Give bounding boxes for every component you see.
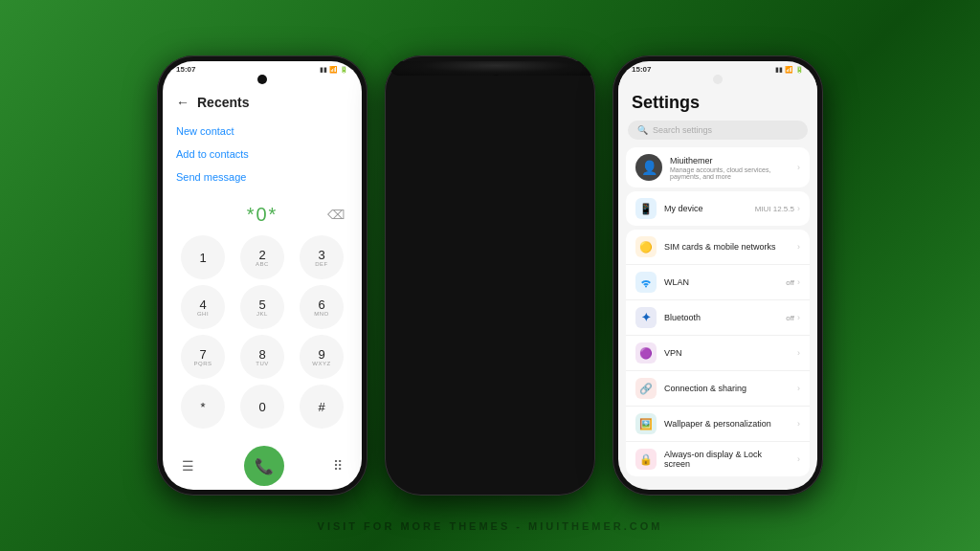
- connection-label: Connection & sharing: [664, 384, 790, 393]
- wlan-info: WLAN: [664, 277, 778, 287]
- user-chevron-icon: ›: [797, 163, 800, 172]
- connection-icon: 🔗: [635, 378, 657, 399]
- settings-connectivity-card: 🟡 SIM cards & mobile networks › WLAN: [626, 230, 810, 476]
- lock-icon: 🔒: [635, 449, 657, 470]
- new-contact-link[interactable]: New contact: [176, 125, 348, 137]
- backspace-button[interactable]: ⌫: [327, 208, 345, 222]
- bluetooth-icon: ✦: [635, 307, 657, 328]
- add-to-contacts-link[interactable]: Add to contacts: [176, 148, 348, 160]
- status-bar-left: 15:07 ▮▮ 📶 🔋: [163, 61, 362, 76]
- dial-key-2[interactable]: 2 ABC: [240, 235, 284, 279]
- dial-key-3[interactable]: 3 DEF: [300, 235, 344, 279]
- dial-key-5[interactable]: 5 JKL: [240, 285, 284, 329]
- user-sub: Manage accounts, cloud services, payment…: [670, 166, 790, 180]
- home-bg: Miuithemer 🎙️ Recorder 📁 File Manager 🔴 …: [390, 61, 595, 76]
- sim-label: SIM cards & mobile networks: [664, 242, 790, 252]
- wlan-label: WLAN: [664, 277, 778, 287]
- connection-chevron-icon: ›: [797, 384, 800, 393]
- camera-hole-left: [257, 75, 267, 84]
- device-chevron-icon: ›: [797, 204, 800, 213]
- bluetooth-status: off ›: [786, 313, 800, 322]
- sim-icon: 🟡: [635, 236, 657, 257]
- status-icons-left: ▮▮ 📶 🔋: [320, 66, 348, 74]
- device-label: My device: [664, 204, 747, 213]
- bluetooth-chevron-icon: ›: [797, 313, 800, 322]
- settings-title: Settings: [632, 93, 700, 112]
- menu-icon[interactable]: ☰: [182, 458, 194, 474]
- sim-info: SIM cards & mobile networks: [664, 242, 790, 252]
- screen-left: 15:07 ▮▮ 📶 🔋 ← Recents New contact Add t…: [163, 61, 362, 490]
- vpn-label: VPN: [664, 348, 790, 358]
- dial-key-star[interactable]: *: [181, 385, 225, 429]
- settings-user-item[interactable]: 👤 Miuithemer Manage accounts, cloud serv…: [626, 147, 810, 187]
- user-name: Miuithemer: [670, 156, 790, 165]
- wallpaper-chevron-icon: ›: [797, 419, 800, 429]
- back-button[interactable]: ←: [176, 95, 189, 110]
- send-message-link[interactable]: Send message: [176, 171, 348, 183]
- settings-wlan-item[interactable]: WLAN off ›: [626, 265, 810, 300]
- time-right: 15:07: [632, 65, 651, 74]
- vpn-icon: 🟣: [635, 342, 657, 364]
- settings-connection-item[interactable]: 🔗 Connection & sharing ›: [626, 371, 810, 407]
- vpn-chevron-icon: ›: [797, 348, 800, 358]
- settings-user-card: 👤 Miuithemer Manage accounts, cloud serv…: [626, 147, 810, 187]
- phone-center: 15:07 ▮▮ 📶 🔋: [385, 55, 595, 496]
- dial-key-0[interactable]: 0: [240, 385, 284, 429]
- dialpad-number: *0*: [247, 204, 278, 226]
- always-on-info: Always-on display & Lock screen: [664, 450, 790, 469]
- phone-left: 15:07 ▮▮ 📶 🔋 ← Recents New contact Add t…: [157, 55, 368, 496]
- wlan-icon: [635, 272, 657, 293]
- dialpad-bottom: ☰ 📞 ⠿: [163, 438, 362, 490]
- user-avatar: 👤: [635, 154, 662, 181]
- wallpaper-icon: 🖼️: [635, 413, 657, 434]
- bluetooth-info: Bluetooth: [664, 313, 778, 322]
- always-on-chevron-icon: ›: [797, 454, 800, 464]
- status-bar-right: 15:07 ▮▮ 📶 🔋: [618, 61, 817, 76]
- dialpad-toggle-icon[interactable]: ⠿: [333, 458, 343, 474]
- phones-container: 15:07 ▮▮ 📶 🔋 ← Recents New contact Add t…: [157, 55, 823, 496]
- dial-key-hash[interactable]: #: [300, 385, 344, 429]
- vpn-info: VPN: [664, 348, 790, 358]
- settings-device-item[interactable]: 📱 My device MIUI 12.5.5 ›: [626, 191, 810, 226]
- sim-chevron-icon: ›: [797, 242, 800, 252]
- dial-key-8[interactable]: 8 TUV: [240, 335, 284, 379]
- dial-key-4[interactable]: 4 GHI: [181, 285, 225, 329]
- screen-right: 15:07 ▮▮ 📶 🔋 Settings 🔍 Search settings: [618, 61, 817, 490]
- phone-right: 15:07 ▮▮ 📶 🔋 Settings 🔍 Search settings: [612, 55, 823, 496]
- wallpaper-info: Wallpaper & personalization: [664, 419, 790, 429]
- bluetooth-label: Bluetooth: [664, 313, 778, 322]
- device-version: MIUI 12.5.5 ›: [755, 204, 800, 213]
- search-placeholder: Search settings: [653, 125, 712, 135]
- settings-vpn-item[interactable]: 🟣 VPN ›: [626, 336, 810, 371]
- settings-wallpaper-item[interactable]: 🖼️ Wallpaper & personalization ›: [626, 407, 810, 442]
- dial-key-7[interactable]: 7 PQRS: [181, 335, 225, 379]
- settings-device-card: 📱 My device MIUI 12.5.5 ›: [626, 191, 810, 226]
- recents-links: New contact Add to contacts Send message: [163, 118, 362, 190]
- settings-search[interactable]: 🔍 Search settings: [628, 121, 808, 140]
- dialpad-display: *0* ⌫: [172, 198, 352, 233]
- wlan-status: off ›: [786, 277, 800, 287]
- user-info: Miuithemer Manage accounts, cloud servic…: [670, 156, 790, 180]
- always-on-label: Always-on display & Lock screen: [664, 450, 790, 469]
- device-icon: 📱: [635, 198, 657, 219]
- dial-key-6[interactable]: 6 MNO: [300, 285, 344, 329]
- wallpaper-label: Wallpaper & personalization: [664, 419, 790, 429]
- connection-info: Connection & sharing: [664, 384, 790, 393]
- dialpad-area: *0* ⌫ 1 2 ABC 3 DEF: [163, 190, 362, 438]
- wlan-chevron-icon: ›: [797, 277, 800, 287]
- screen-center: 15:07 ▮▮ 📶 🔋: [390, 61, 595, 76]
- search-icon: 🔍: [637, 125, 648, 135]
- status-icons-right: ▮▮ 📶 🔋: [775, 66, 804, 74]
- settings-always-on-item[interactable]: 🔒 Always-on display & Lock screen ›: [626, 442, 810, 476]
- watermark: VISIT FOR MORE THEMES - MIUITHEMER.COM: [318, 520, 663, 532]
- dialpad-grid: 1 2 ABC 3 DEF 4 GHI: [172, 233, 352, 430]
- dial-key-9[interactable]: 9 WXYZ: [300, 335, 344, 379]
- time-left: 15:07: [176, 65, 195, 74]
- device-info: My device: [664, 204, 747, 213]
- settings-sim-item[interactable]: 🟡 SIM cards & mobile networks ›: [626, 230, 810, 265]
- settings-bluetooth-item[interactable]: ✦ Bluetooth off ›: [626, 300, 810, 336]
- dial-key-1[interactable]: 1: [181, 235, 225, 279]
- recents-title: Recents: [197, 95, 249, 110]
- camera-hole-right: [713, 75, 723, 84]
- call-button[interactable]: 📞: [244, 446, 284, 486]
